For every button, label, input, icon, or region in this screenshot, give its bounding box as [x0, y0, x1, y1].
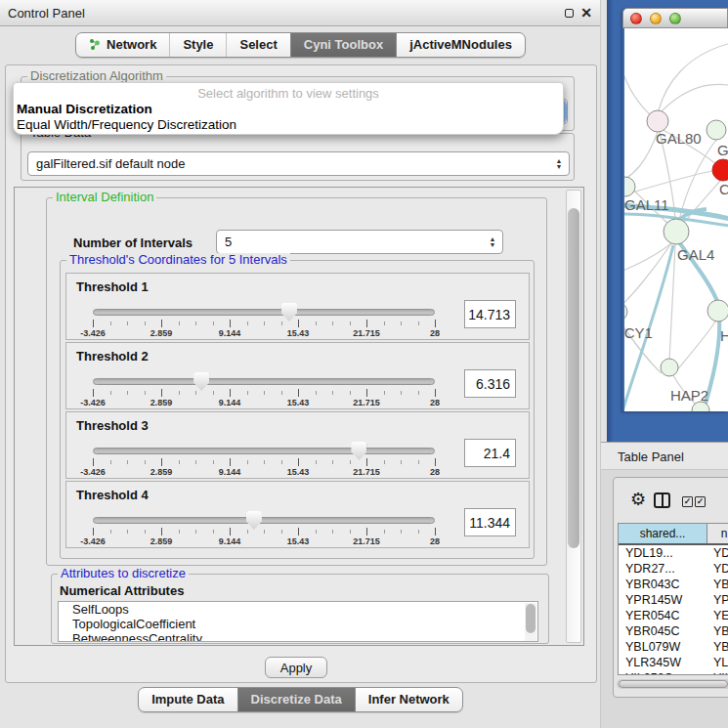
table-cell[interactable]: YER054C — [619, 608, 707, 623]
node-gal4[interactable] — [664, 219, 689, 244]
tick-label: 28 — [430, 467, 440, 477]
table-cell[interactable]: YBR045C — [619, 623, 707, 639]
table-data-combobox[interactable]: galFiltered.sif default node ▲▼ — [27, 151, 570, 176]
panel-scrollbar[interactable] — [566, 190, 581, 643]
table-cell[interactable]: YER0 — [707, 608, 728, 623]
list-item[interactable]: BetweennessCentrality — [59, 631, 537, 642]
table-cell[interactable]: YDR27... — [619, 561, 707, 577]
tick-mark — [401, 460, 402, 464]
table-row[interactable]: YBR043CYBR0 — [619, 577, 728, 592]
table-horizontal-scrollbar[interactable] — [617, 679, 728, 689]
list-item[interactable]: TopologicalCoefficient — [59, 617, 537, 631]
threshold-value-field[interactable]: 14.713 — [464, 300, 516, 328]
minimize-traffic-light-icon[interactable] — [650, 13, 662, 24]
node-hap2[interactable] — [661, 359, 678, 376]
table-cell[interactable]: YBR0 — [707, 577, 728, 592]
dropdown-option-equal-width-frequency[interactable]: Equal Width/Frequency Discretization — [17, 117, 236, 132]
numerical-attributes-list[interactable]: SelfLoopsTopologicalCoefficientBetweenne… — [58, 601, 538, 642]
table-row[interactable]: YPR145WYPR1 — [619, 592, 728, 608]
table-cell[interactable]: YLR3 — [707, 655, 728, 670]
list-item[interactable]: SelfLoops — [59, 602, 537, 617]
close-button[interactable]: ✕ — [578, 5, 594, 21]
table-row[interactable]: YDL19...YDL1 — [619, 545, 728, 561]
column-header-name[interactable]: n — [707, 524, 728, 543]
scrollbar-thumb[interactable] — [568, 208, 579, 548]
tick-label: -3.426 — [80, 398, 106, 407]
checkbox-icon[interactable]: ✓ — [682, 496, 693, 507]
tab-label: Impute Data — [151, 692, 224, 707]
table-cell[interactable]: YBL079W — [619, 639, 707, 655]
tab-style[interactable]: Style — [169, 33, 226, 57]
table-cell[interactable]: YBL0 — [707, 639, 728, 655]
tick-mark — [384, 391, 385, 395]
tab-infer-network[interactable]: Infer Network — [355, 688, 462, 711]
list-scrollbar[interactable] — [525, 603, 536, 642]
threshold-row: Threshold 1 -3.4262.8599.14415.4321.7152… — [65, 273, 530, 340]
network-window: GAL80 GA C GAL11 GAL4 GCY1 H HAP2 — [622, 8, 728, 411]
node-h[interactable] — [707, 300, 728, 321]
tab-label: Style — [183, 37, 213, 52]
node-gal80[interactable] — [647, 110, 668, 132]
zoom-traffic-light-icon[interactable] — [669, 13, 681, 24]
threshold-slider[interactable] — [93, 378, 435, 385]
tick-mark — [179, 321, 180, 325]
table-cell[interactable]: YBR043C — [619, 577, 707, 592]
threshold-value-field[interactable]: 11.344 — [464, 508, 516, 536]
table-cell[interactable]: YLR345W — [619, 655, 707, 670]
node-ga[interactable] — [707, 120, 726, 140]
threshold-slider[interactable] — [93, 309, 435, 316]
float-button[interactable] — [561, 5, 577, 21]
tab-impute-data[interactable]: Impute Data — [139, 688, 236, 711]
scrollbar-thumb[interactable] — [526, 604, 535, 633]
node-gcy1[interactable] — [624, 303, 627, 321]
tick-mark — [230, 528, 231, 535]
dropdown-option-manual-discretization[interactable]: Manual Discretization — [17, 102, 152, 116]
threshold-slider[interactable] — [93, 517, 435, 524]
table-cell[interactable]: YPR1 — [707, 592, 728, 608]
scrollbar-thumb[interactable] — [619, 680, 728, 688]
table-row[interactable]: YIL052CYIL0 — [619, 670, 728, 675]
tick-mark — [127, 460, 128, 464]
tab-discretize-data[interactable]: Discretize Data — [237, 688, 355, 711]
tab-cyni-toolbox[interactable]: Cyni Toolbox — [290, 33, 396, 57]
tick-label: 21.715 — [353, 398, 380, 407]
dropdown-prompt: Select algorithm to view settings — [14, 86, 563, 101]
tick-mark — [264, 530, 265, 534]
threshold-value-field[interactable]: 6.316 — [464, 369, 516, 398]
threshold-value-field[interactable]: 21.4 — [464, 439, 516, 467]
table-cell[interactable]: YIL0 — [707, 670, 728, 675]
tab-select[interactable]: Select — [226, 33, 289, 57]
table-cell[interactable]: YPR145W — [619, 592, 707, 608]
cyni-panel: Discretization Algorithm ▲▼ Table Data g… — [5, 64, 597, 683]
threshold-slider[interactable] — [93, 448, 435, 454]
table-row[interactable]: YER054CYER0 — [619, 608, 728, 623]
table-cell[interactable]: YDL1 — [707, 545, 728, 561]
gear-icon[interactable]: ⚙ — [630, 489, 646, 510]
columns-icon[interactable] — [654, 492, 670, 508]
tick-mark — [298, 389, 299, 397]
node-gal11[interactable] — [624, 177, 635, 196]
table-row[interactable]: YBL079WYBL0 — [619, 639, 728, 655]
table-panel-title: Table Panel — [618, 450, 684, 464]
table-row[interactable]: YDR27...YDR2 — [619, 561, 728, 577]
number-of-intervals-combobox[interactable]: 5 ▲▼ — [216, 230, 503, 254]
network-canvas[interactable]: GAL80 GA C GAL11 GAL4 GCY1 H HAP2 — [624, 28, 728, 411]
column-header-shared-name[interactable]: shared... — [619, 524, 707, 543]
table-cell[interactable]: YBR0 — [707, 623, 728, 639]
apply-button[interactable]: Apply — [265, 657, 327, 678]
checkbox-icon[interactable]: ✓ — [695, 496, 706, 507]
close-traffic-light-icon[interactable] — [630, 13, 642, 24]
tab-network[interactable]: Network — [76, 33, 169, 57]
tab-jactivemnodules[interactable]: jActiveMNodules — [396, 33, 525, 57]
network-window-titlebar[interactable] — [622, 8, 728, 28]
table-data-group: Table Data galFiltered.sif default node … — [21, 133, 575, 181]
table-cell[interactable]: YDL19... — [619, 545, 707, 561]
table-row[interactable]: YBR045CYBR0 — [619, 623, 728, 639]
table-cell[interactable]: YDR2 — [707, 561, 728, 577]
table-cell[interactable]: YIL052C — [619, 670, 707, 675]
tick-mark — [350, 460, 351, 464]
tick-mark — [161, 458, 162, 466]
tick-label: 15.43 — [287, 328, 310, 338]
table-row[interactable]: YLR345WYLR3 — [619, 655, 728, 670]
slider-scale-labels: -3.4262.8599.14415.4321.71528 — [93, 467, 435, 477]
